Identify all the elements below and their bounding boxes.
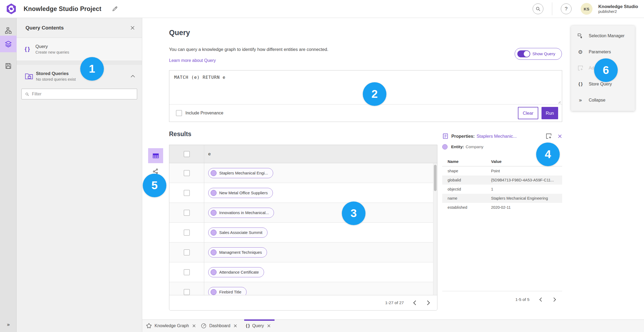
annotation-badge-4: 4	[536, 143, 560, 166]
entity-chip[interactable]: Attendance Certificate	[208, 267, 264, 277]
close-icon	[267, 324, 271, 328]
row-checkbox[interactable]	[184, 269, 190, 275]
properties-header: Properties: Staplers Mechanic...	[442, 133, 562, 140]
entity-chip[interactable]: Firebird Title	[208, 287, 247, 295]
expand-rail-button[interactable]: »	[0, 319, 17, 330]
user-role: publisher2	[598, 9, 638, 14]
close-tab-button[interactable]	[233, 324, 237, 328]
value-column-header: Value	[491, 159, 502, 164]
entity-dot-icon	[211, 230, 217, 236]
query-code-text[interactable]: MATCH (e) RETURN e	[174, 75, 225, 80]
table-row[interactable]: New Metal Office Suppliers	[169, 183, 437, 203]
tab-knowledge-graph[interactable]: Knowledge Graph	[146, 320, 196, 332]
properties-next-page-button[interactable]	[552, 296, 557, 303]
save-rail-button[interactable]	[0, 58, 17, 74]
entity-chip[interactable]: Managment Techniques	[208, 247, 267, 258]
table-row[interactable]: Managment Techniques	[169, 243, 437, 262]
collapse-section-button[interactable]	[131, 75, 135, 77]
close-icon	[558, 134, 562, 139]
row-checkbox[interactable]	[184, 210, 190, 216]
braces-icon: { }	[577, 81, 584, 87]
properties-pagination: 1-5 of 5	[442, 291, 562, 303]
close-icon	[130, 25, 135, 30]
next-page-button[interactable]	[426, 299, 431, 307]
edit-title-button[interactable]	[112, 6, 118, 12]
help-button[interactable]: ?	[561, 3, 572, 14]
add-to-icon	[545, 133, 552, 140]
entity-chip[interactable]: Sales Associate Summit	[208, 227, 268, 238]
add-to-icon	[577, 65, 584, 71]
user-name: Knowledge Studio	[598, 4, 638, 9]
knowledge-studio-logo-icon[interactable]	[6, 3, 17, 15]
learn-more-link[interactable]: Learn more about Query	[169, 58, 216, 63]
results-table-body: Staplers Mechanical Engi... New Metal Of…	[169, 163, 437, 295]
properties-previous-page-button[interactable]	[538, 296, 543, 303]
close-tab-button[interactable]	[267, 324, 271, 328]
table-row[interactable]: Innovations in Mechanical...	[169, 203, 437, 223]
parameters-menu-item[interactable]: ⚙ Parameters	[571, 44, 635, 60]
table-row[interactable]: Sales Associate Summit	[169, 223, 437, 243]
include-provenance-checkbox[interactable]	[176, 110, 182, 116]
row-checkbox[interactable]	[184, 190, 190, 196]
row-checkbox[interactable]	[184, 249, 190, 255]
row-checkbox[interactable]	[184, 230, 190, 236]
table-row[interactable]: Firebird Title	[169, 282, 437, 295]
properties-page-label: 1-5 of 5	[515, 297, 529, 302]
toggle-switch[interactable]	[517, 50, 530, 57]
table-row[interactable]: Staplers Mechanical Engi...	[169, 163, 437, 183]
filter-search-icon	[25, 92, 29, 96]
scrollbar-thumb[interactable]	[434, 165, 437, 191]
clear-button[interactable]: Clear	[518, 107, 538, 119]
previous-page-button[interactable]	[412, 299, 418, 307]
query-item-description: Create new queries	[35, 50, 69, 54]
show-query-toggle[interactable]: Show Query	[515, 48, 562, 60]
close-icon	[233, 324, 237, 328]
selection-manager-menu-item[interactable]: Selection Manager	[571, 28, 635, 44]
property-row: globalid {5D9B4713-F98D-4A53-A59F-C11...	[442, 176, 562, 185]
annotation-badge-2: 2	[363, 82, 386, 106]
collapse-icon: »	[577, 97, 584, 103]
editor-footer: Include Provenance Clear Run	[169, 104, 562, 122]
search-button[interactable]	[533, 3, 543, 14]
page-description: You can query a knowledge graph to ident…	[169, 47, 328, 52]
row-checkbox[interactable]	[184, 289, 190, 295]
entity-chip[interactable]: New Metal Office Suppliers	[208, 188, 273, 198]
chevron-left-icon	[413, 300, 416, 305]
filter-field-wrap	[21, 89, 137, 99]
add-to-map-button[interactable]	[545, 133, 552, 140]
table-view-button[interactable]	[148, 148, 163, 163]
table-icon	[152, 152, 159, 159]
close-properties-button[interactable]	[558, 134, 562, 139]
collapse-menu-item[interactable]: » Collapse	[571, 92, 635, 108]
select-all-cell	[169, 145, 204, 163]
panel-title: Query Contents	[25, 25, 64, 31]
entity-dot-icon	[211, 249, 217, 255]
save-icon	[5, 62, 12, 69]
entity-chip[interactable]: Staplers Mechanical Engi...	[208, 168, 273, 178]
close-tab-button[interactable]	[192, 324, 196, 328]
filter-input[interactable]	[32, 92, 134, 96]
close-panel-button[interactable]	[130, 25, 135, 30]
row-checkbox[interactable]	[184, 170, 190, 176]
table-row[interactable]: Attendance Certificate	[169, 262, 437, 282]
run-button[interactable]: Run	[541, 107, 558, 119]
stored-queries-item[interactable]: Stored Queries No stored queries exist	[17, 65, 142, 88]
annotation-badge-1: 1	[80, 57, 104, 81]
select-all-checkbox[interactable]	[184, 151, 190, 157]
results-pagination: 1-27 of 27	[169, 295, 437, 310]
tab-dashboard[interactable]: Dashboard	[201, 320, 237, 332]
avatar[interactable]: KS	[581, 3, 592, 15]
tab-query-active[interactable]: { } Query	[246, 320, 271, 332]
entity-dot-icon	[211, 190, 217, 196]
query-list-item[interactable]: { } Query Create new queries	[17, 38, 142, 61]
entity-type: Company	[466, 144, 483, 149]
contents-rail-button[interactable]	[0, 36, 17, 52]
header-divider	[552, 2, 552, 15]
property-row: name Staplers Mechanical Engineering	[442, 194, 562, 203]
entity-chip[interactable]: Innovations in Mechanical...	[208, 208, 274, 218]
stored-queries-description: No stored queries exist	[36, 77, 76, 81]
properties-entity-link[interactable]: Staplers Mechanic...	[477, 134, 517, 139]
app-root: Knowledge Studio Project ? KS Knowledge …	[0, 0, 644, 332]
results-table-header: e	[169, 145, 437, 163]
user-block: Knowledge Studio publisher2	[598, 4, 638, 14]
